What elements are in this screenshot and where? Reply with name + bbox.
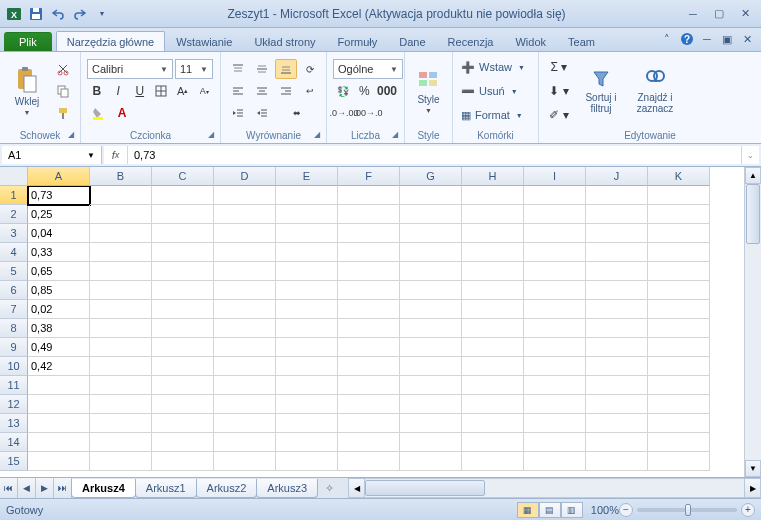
row-header[interactable]: 9 xyxy=(0,338,28,357)
cell[interactable] xyxy=(524,300,586,319)
row-header[interactable]: 1 xyxy=(0,186,28,205)
cell[interactable] xyxy=(462,243,524,262)
cell[interactable] xyxy=(400,262,462,281)
insert-cells-button[interactable]: ➕Wstaw▼ xyxy=(459,57,532,77)
redo-icon[interactable] xyxy=(70,4,90,24)
cell[interactable] xyxy=(462,452,524,471)
cell[interactable] xyxy=(214,338,276,357)
cell[interactable] xyxy=(648,338,710,357)
last-sheet-button[interactable]: ⏭ xyxy=(54,478,72,498)
row-header[interactable]: 14 xyxy=(0,433,28,452)
zoom-slider-handle[interactable] xyxy=(685,504,691,516)
prev-sheet-button[interactable]: ◀ xyxy=(18,478,36,498)
cell[interactable] xyxy=(586,452,648,471)
scroll-up-button[interactable]: ▲ xyxy=(745,167,761,184)
cell[interactable] xyxy=(152,414,214,433)
delete-cells-button[interactable]: ➖Usuń▼ xyxy=(459,81,532,101)
cell[interactable] xyxy=(462,186,524,205)
cell[interactable] xyxy=(648,395,710,414)
sheet-tab[interactable]: Arkusz1 xyxy=(135,479,197,498)
cell[interactable] xyxy=(276,262,338,281)
row-header[interactable]: 10 xyxy=(0,357,28,376)
cell[interactable] xyxy=(462,262,524,281)
cell[interactable] xyxy=(400,452,462,471)
cell[interactable] xyxy=(338,433,400,452)
styles-button[interactable]: Style ▼ xyxy=(411,54,446,128)
cell[interactable] xyxy=(90,357,152,376)
cell[interactable] xyxy=(400,414,462,433)
accounting-button[interactable]: 💱 xyxy=(333,81,353,101)
cell[interactable] xyxy=(586,357,648,376)
row-header[interactable]: 6 xyxy=(0,281,28,300)
cell[interactable] xyxy=(28,433,90,452)
cell[interactable]: 0,33 xyxy=(28,243,90,262)
horizontal-scrollbar[interactable]: ◀ ▶ xyxy=(348,478,761,498)
cell[interactable] xyxy=(90,281,152,300)
font-color-button[interactable]: A xyxy=(111,103,133,123)
page-break-view-button[interactable]: ▥ xyxy=(561,502,583,518)
column-header[interactable]: J xyxy=(586,167,648,186)
cell[interactable] xyxy=(400,281,462,300)
undo-icon[interactable] xyxy=(48,4,68,24)
align-middle-button[interactable] xyxy=(251,59,273,79)
cell[interactable] xyxy=(338,452,400,471)
clipboard-launcher-icon[interactable]: ◢ xyxy=(68,130,74,139)
cell[interactable] xyxy=(276,357,338,376)
cell[interactable] xyxy=(462,376,524,395)
merge-button[interactable]: ⬌ xyxy=(275,103,319,123)
vscroll-track[interactable] xyxy=(745,184,761,460)
cell[interactable] xyxy=(90,338,152,357)
cell[interactable] xyxy=(586,186,648,205)
wrap-text-button[interactable]: ↩ xyxy=(299,81,321,101)
cell[interactable] xyxy=(338,300,400,319)
cell[interactable] xyxy=(338,338,400,357)
cell[interactable] xyxy=(462,224,524,243)
cell[interactable] xyxy=(90,205,152,224)
cell[interactable] xyxy=(338,376,400,395)
cell[interactable] xyxy=(152,338,214,357)
cell[interactable]: 0,49 xyxy=(28,338,90,357)
format-painter-button[interactable] xyxy=(52,103,74,123)
font-launcher-icon[interactable]: ◢ xyxy=(208,130,214,139)
cell[interactable] xyxy=(152,262,214,281)
cell[interactable] xyxy=(90,243,152,262)
decrease-indent-button[interactable] xyxy=(227,103,249,123)
formula-input[interactable]: 0,73 xyxy=(128,149,741,161)
cell[interactable] xyxy=(276,243,338,262)
cell[interactable] xyxy=(524,414,586,433)
percent-button[interactable]: % xyxy=(355,81,375,101)
cell[interactable] xyxy=(462,357,524,376)
font-name-combo[interactable]: Calibri▼ xyxy=(87,59,173,79)
fill-color-button[interactable] xyxy=(87,103,109,123)
cell[interactable] xyxy=(648,186,710,205)
cell[interactable] xyxy=(524,395,586,414)
cell[interactable] xyxy=(586,281,648,300)
cell[interactable] xyxy=(90,262,152,281)
cell[interactable] xyxy=(152,376,214,395)
row-header[interactable]: 8 xyxy=(0,319,28,338)
cell[interactable] xyxy=(152,319,214,338)
cell[interactable] xyxy=(400,319,462,338)
window-minimize-icon[interactable]: ─ xyxy=(699,31,715,47)
cell[interactable] xyxy=(90,433,152,452)
row-header[interactable]: 12 xyxy=(0,395,28,414)
cell[interactable] xyxy=(214,376,276,395)
cell[interactable] xyxy=(90,414,152,433)
scroll-down-button[interactable]: ▼ xyxy=(745,460,761,477)
ribbon-minimize-icon[interactable]: ˄ xyxy=(659,31,675,47)
cell[interactable] xyxy=(400,376,462,395)
column-header[interactable]: K xyxy=(648,167,710,186)
cell[interactable] xyxy=(586,414,648,433)
scroll-right-button[interactable]: ▶ xyxy=(744,478,761,498)
cell[interactable] xyxy=(524,224,586,243)
cell[interactable] xyxy=(214,262,276,281)
align-left-button[interactable] xyxy=(227,81,249,101)
cell[interactable] xyxy=(462,395,524,414)
cell[interactable] xyxy=(276,300,338,319)
vertical-scrollbar[interactable]: ▲ ▼ xyxy=(744,167,761,477)
cell[interactable] xyxy=(462,338,524,357)
decrease-decimal-button[interactable]: .00→.0 xyxy=(357,103,379,123)
fx-button[interactable]: fx xyxy=(104,146,128,164)
cell[interactable]: 0,02 xyxy=(28,300,90,319)
cell[interactable] xyxy=(276,433,338,452)
